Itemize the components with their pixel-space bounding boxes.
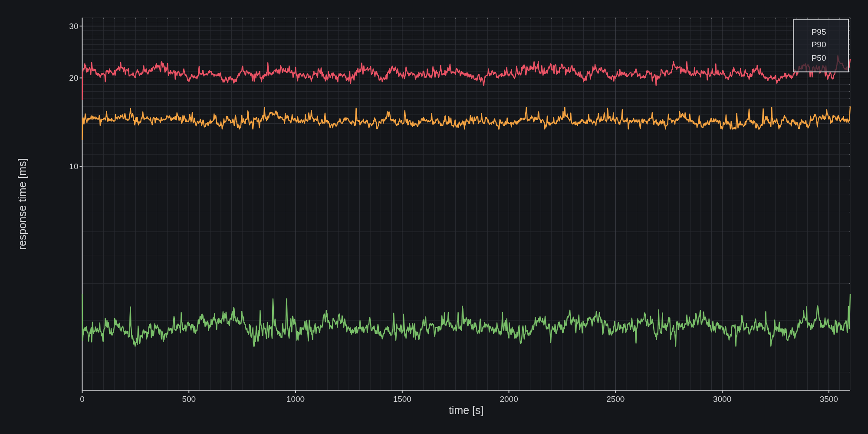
svg-text:20: 20 — [69, 73, 78, 82]
svg-text:30: 30 — [69, 22, 78, 31]
svg-text:3000: 3000 — [713, 395, 731, 404]
svg-text:10: 10 — [69, 162, 78, 171]
svg-text:1500: 1500 — [393, 395, 411, 404]
svg-text:2000: 2000 — [500, 395, 518, 404]
svg-text:2500: 2500 — [606, 395, 625, 404]
svg-text:500: 500 — [182, 395, 196, 404]
svg-text:P90: P90 — [812, 40, 826, 49]
svg-text:time [s]: time [s] — [449, 404, 484, 416]
svg-text:P95: P95 — [812, 27, 826, 36]
svg-text:response time [ms]: response time [ms] — [16, 158, 28, 250]
svg-text:3500: 3500 — [820, 395, 838, 404]
svg-text:1000: 1000 — [286, 395, 305, 404]
svg-text:P50: P50 — [812, 53, 826, 62]
svg-text:0: 0 — [80, 395, 85, 404]
